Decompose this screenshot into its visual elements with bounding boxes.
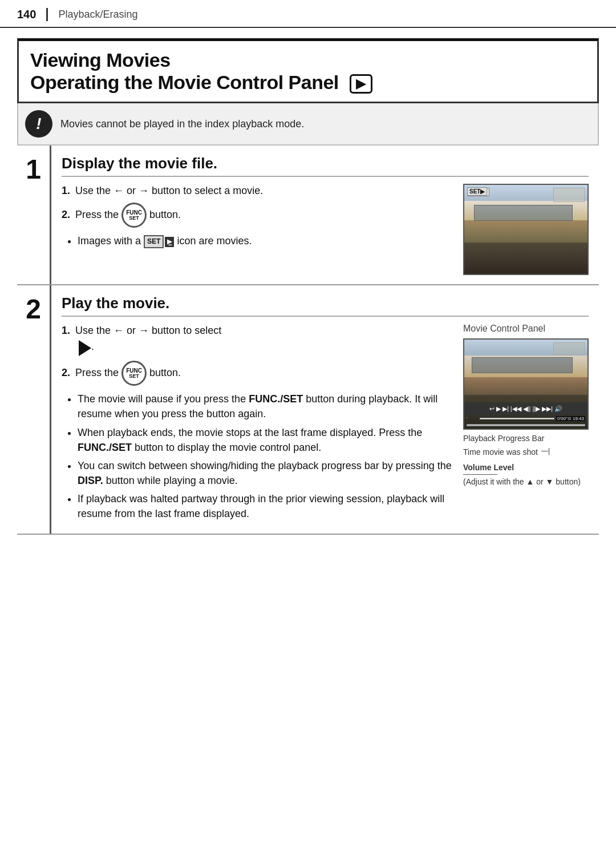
page-number: 140: [17, 8, 48, 21]
step-2-number-col: 2: [17, 285, 51, 534]
warning-text: Movies cannot be played in the index pla…: [60, 118, 304, 130]
step-2-title: Play the movie.: [62, 294, 589, 317]
image-annotations: Playback Progress Bar Time movie was sho…: [463, 433, 589, 487]
main-title-box: Viewing Movies Operating the Movie Contr…: [17, 38, 599, 103]
step-2-instr-1: 1. Use the ← or → button to select .: [62, 324, 454, 356]
step-1-instr-1: 1. Use the ← or → button to select a mov…: [62, 184, 454, 198]
step-2-section: 2 Play the movie. 1. Use the ← or → butt…: [17, 285, 599, 535]
annotation-progress: Playback Progress Bar: [463, 433, 589, 443]
step-2-instructions: 1. Use the ← or → button to select . 2. …: [62, 324, 454, 386]
step-2-inner: 1. Use the ← or → button to select . 2. …: [62, 324, 589, 524]
section-title: Playback/Erasing: [58, 9, 137, 21]
step-1-inner: 1. Use the ← or → button to select a mov…: [62, 184, 589, 275]
annotation-volume-block: Volume Level (Adjust it with the ▲ or ▼ …: [463, 462, 589, 487]
progress-bar: [480, 418, 554, 419]
step-1-content: Display the movie file. 1. Use the ← or …: [51, 146, 599, 284]
step-1-number: 1: [26, 156, 41, 183]
step-1-instructions: 1. Use the ← or → button to select a mov…: [62, 184, 454, 228]
movie-control-bar: ↩ ▶ ▶| |◀◀ ◀|| ||▶ ▶▶| 🔊: [464, 402, 587, 415]
annotation-time-text: Time movie was shot: [463, 447, 538, 457]
main-title-text: Viewing Movies Operating the Movie Contr…: [30, 49, 586, 94]
or-text-2: or: [127, 325, 136, 336]
set-badge-1: SET: [144, 235, 164, 248]
annotation-time: Time movie was shot —|: [463, 447, 589, 457]
step-1-bullets: Images with a SET▶̲ icon are movies.: [62, 233, 454, 248]
set-label-img: SET▶: [467, 188, 489, 196]
step-2-content: Play the movie. 1. Use the ← or → button…: [51, 285, 599, 534]
annotation-progress-text: Playback Progress Bar: [463, 433, 544, 443]
step-1-title: Display the movie file.: [62, 155, 589, 177]
page-header: 140 Playback/Erasing: [0, 0, 616, 28]
movie-control-panel-label: Movie Control Panel: [463, 324, 589, 334]
func-set-button-2: FUNC SET: [121, 361, 147, 386]
step-2-bullet-2: When playback ends, the movie stops at t…: [78, 425, 454, 455]
step-1-instr-2: 2. Press the FUNC SET button.: [62, 203, 454, 228]
volume-bar: [467, 424, 585, 426]
step-2-text: 1. Use the ← or → button to select . 2. …: [62, 324, 454, 524]
step-2-bullet-1: The movie will pause if you press the FU…: [78, 391, 454, 421]
step-2-image-container: ↩ ▶ ▶| |◀◀ ◀|| ||▶ ▶▶| 🔊 ': [463, 338, 589, 487]
step-1-bullet-1: Images with a SET▶̲ icon are movies.: [78, 233, 454, 248]
step-2-bullet-4: If playback was halted partway through i…: [78, 491, 454, 521]
warning-box: ! Movies cannot be played in the index p…: [17, 103, 599, 146]
warning-icon: !: [25, 110, 52, 138]
step-1-text: 1. Use the ← or → button to select a mov…: [62, 184, 454, 275]
page-title: Viewing Movies Operating the Movie Contr…: [30, 49, 586, 94]
or-text-1: or: [127, 185, 136, 196]
step-1-number-col: 1: [17, 146, 51, 284]
step-2-instr-2: 2. Press the FUNC SET button.: [62, 361, 454, 386]
playback-icon: ▶: [350, 74, 372, 94]
step-2-right-col: Movie Control Panel ↩ ▶ ▶|: [463, 324, 589, 524]
step-2-bullet-3: You can switch between showing/hiding th…: [78, 458, 454, 488]
step-2-image: ↩ ▶ ▶| |◀◀ ◀|| ||▶ ▶▶| 🔊 ': [463, 338, 589, 430]
func-set-button-1: FUNC SET: [121, 203, 147, 228]
step-1-image-col: SET▶: [463, 184, 589, 275]
step-2-number: 2: [26, 296, 41, 323]
step-1-section: 1 Display the movie file. 1. Use the ← o…: [17, 146, 599, 285]
annotation-volume-text: Volume Level: [463, 462, 589, 473]
play-triangle-icon: [79, 340, 91, 356]
step-2-bullets: The movie will pause if you press the FU…: [62, 391, 454, 521]
step-1-image: SET▶: [463, 184, 589, 275]
steps-container: 1 Display the movie file. 1. Use the ← o…: [17, 146, 599, 535]
progress-row: ' 0'00"⊙ 19:43: [467, 416, 585, 421]
annotation-volume-sub: (Adjust it with the ▲ or ▼ button): [463, 477, 589, 487]
movie-icon-badge: ▶̲: [165, 237, 174, 247]
